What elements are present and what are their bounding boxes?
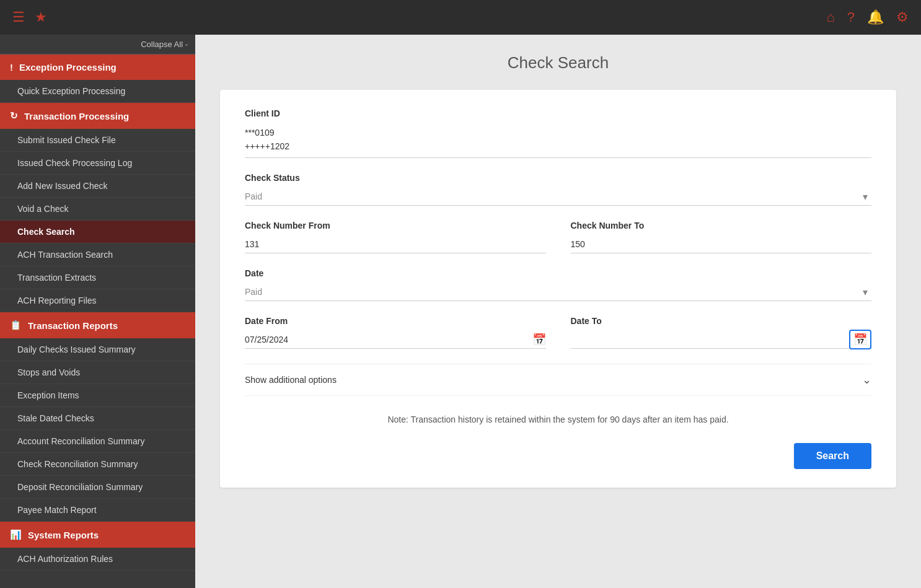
- check-number-from-col: Check Number From: [245, 221, 546, 253]
- sidebar-item-void-a-check[interactable]: Void a Check: [0, 198, 195, 221]
- sidebar-section-transaction-reports[interactable]: 📋 Transaction Reports: [0, 312, 195, 338]
- search-btn-row: Search: [245, 443, 871, 469]
- transaction-processing-icon: ↻: [10, 110, 18, 121]
- client-id-value: ***0109 +++++1202: [245, 123, 871, 158]
- date-from-wrapper: 📅: [245, 331, 546, 349]
- note-text: Note: Transaction history is retained wi…: [245, 408, 871, 431]
- home-icon[interactable]: ⌂: [826, 9, 834, 25]
- sidebar-section-exception-processing-label: Exception Processing: [19, 62, 117, 72]
- client-id-label: Client ID: [245, 108, 871, 118]
- sidebar-item-add-new-issued-check[interactable]: Add New Issued Check: [0, 175, 195, 198]
- sidebar-item-exception-items[interactable]: Exception Items: [0, 384, 195, 407]
- check-status-label: Check Status: [245, 173, 871, 183]
- date-to-calendar-icon[interactable]: 📅: [849, 330, 871, 349]
- sidebar-item-stale-dated-checks[interactable]: Stale Dated Checks: [0, 407, 195, 430]
- additional-options-label: Show additional options: [245, 375, 337, 385]
- date-from-input[interactable]: [245, 331, 546, 349]
- search-form-card: Client ID ***0109 +++++1202 Check Status…: [220, 90, 896, 488]
- collapse-all-button[interactable]: Collapse All -: [0, 35, 195, 55]
- sidebar-item-check-reconciliation-summary[interactable]: Check Reconciliation Summary: [0, 453, 195, 476]
- sidebar-item-quick-exception-processing[interactable]: Quick Exception Processing: [0, 80, 195, 103]
- sidebar-section-transaction-processing[interactable]: ↻ Transaction Processing: [0, 103, 195, 129]
- date-type-field: Date Paid Issued Stop: [245, 268, 871, 301]
- date-range-row: Date From 📅 Date To 📅: [245, 316, 871, 349]
- date-from-calendar-icon[interactable]: 📅: [532, 333, 546, 346]
- menu-icon[interactable]: ☰: [12, 9, 25, 25]
- exception-processing-icon: !: [10, 62, 13, 72]
- transaction-reports-icon: 📋: [10, 320, 22, 331]
- search-button[interactable]: Search: [794, 443, 871, 469]
- sidebar-item-issued-check-processing-log[interactable]: Issued Check Processing Log: [0, 152, 195, 175]
- sidebar-item-ach-authorization-rules[interactable]: ACH Authorization Rules: [0, 548, 195, 571]
- date-type-label: Date: [245, 268, 871, 278]
- sidebar-item-transaction-extracts[interactable]: Transaction Extracts: [0, 266, 195, 289]
- sidebar-section-exception-processing[interactable]: ! Exception Processing: [0, 55, 195, 80]
- sidebar-section-system-reports-label: System Reports: [28, 530, 99, 540]
- sidebar-item-ach-reporting-files[interactable]: ACH Reporting Files: [0, 289, 195, 312]
- sidebar: Collapse All - ! Exception Processing Qu…: [0, 35, 195, 588]
- check-status-field: Check Status Paid Unpaid Void Stop All: [245, 173, 871, 206]
- check-number-from-label: Check Number From: [245, 221, 546, 230]
- bell-icon[interactable]: 🔔: [867, 9, 884, 25]
- sidebar-section-transaction-reports-label: Transaction Reports: [28, 320, 118, 331]
- sidebar-item-account-reconciliation-summary[interactable]: Account Reconciliation Summary: [0, 430, 195, 453]
- sidebar-item-submit-issued-check-file[interactable]: Submit Issued Check File: [0, 129, 195, 152]
- check-number-to-col: Check Number To: [571, 221, 872, 253]
- page-title: Check Search: [220, 53, 896, 72]
- date-from-label: Date From: [245, 316, 546, 326]
- sidebar-item-stops-and-voids[interactable]: Stops and Voids: [0, 361, 195, 384]
- date-type-select[interactable]: Paid Issued Stop: [245, 283, 871, 301]
- date-to-label: Date To: [571, 316, 872, 326]
- date-to-wrapper: 📅: [571, 331, 872, 349]
- additional-options-toggle[interactable]: Show additional options ⌄: [245, 364, 871, 396]
- client-id-value-2: +++++1202: [245, 139, 871, 153]
- check-status-select[interactable]: Paid Unpaid Void Stop All: [245, 188, 871, 206]
- top-nav: ☰ ★ ⌂ ? 🔔 ⚙: [0, 0, 921, 35]
- sidebar-section-system-reports[interactable]: 📊 System Reports: [0, 522, 195, 548]
- date-from-col: Date From 📅: [245, 316, 546, 349]
- check-number-from-input[interactable]: [245, 235, 546, 253]
- date-to-col: Date To 📅: [571, 316, 872, 349]
- client-id-value-1: ***0109: [245, 126, 871, 139]
- check-status-select-wrapper: Paid Unpaid Void Stop All: [245, 188, 871, 206]
- check-number-to-input[interactable]: [571, 235, 872, 253]
- sidebar-section-transaction-processing-label: Transaction Processing: [24, 111, 129, 121]
- date-to-input[interactable]: [571, 331, 872, 349]
- check-number-to-label: Check Number To: [571, 221, 872, 230]
- date-type-select-wrapper: Paid Issued Stop: [245, 283, 871, 301]
- client-id-field: Client ID ***0109 +++++1202: [245, 108, 871, 158]
- sidebar-item-check-search[interactable]: Check Search: [0, 221, 195, 244]
- gear-icon[interactable]: ⚙: [896, 9, 909, 25]
- help-icon[interactable]: ?: [847, 9, 855, 25]
- sidebar-item-daily-checks-issued-summary[interactable]: Daily Checks Issued Summary: [0, 338, 195, 361]
- top-nav-left: ☰ ★: [12, 9, 47, 25]
- sidebar-item-payee-match-report[interactable]: Payee Match Report: [0, 499, 195, 522]
- check-number-row: Check Number From Check Number To: [245, 221, 871, 253]
- sidebar-item-ach-transaction-search[interactable]: ACH Transaction Search: [0, 244, 195, 266]
- content-area: Check Search Client ID ***0109 +++++1202…: [195, 35, 921, 588]
- chevron-down-icon: ⌄: [862, 373, 871, 387]
- top-nav-right: ⌂ ? 🔔 ⚙: [826, 9, 909, 25]
- system-reports-icon: 📊: [10, 529, 22, 540]
- main-layout: Collapse All - ! Exception Processing Qu…: [0, 35, 921, 588]
- favorites-icon[interactable]: ★: [35, 9, 47, 25]
- sidebar-item-deposit-reconciliation-summary[interactable]: Deposit Reconciliation Summary: [0, 476, 195, 499]
